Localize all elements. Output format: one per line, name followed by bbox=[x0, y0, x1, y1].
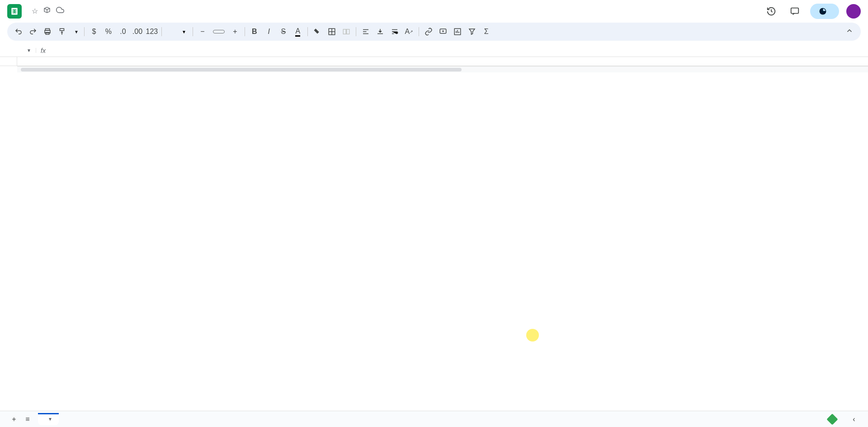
italic-icon[interactable]: I bbox=[262, 25, 276, 38]
horizontal-scrollbar[interactable] bbox=[17, 66, 868, 72]
merge-cells-icon[interactable] bbox=[340, 25, 353, 38]
formula-row: ▼ fx bbox=[0, 44, 868, 57]
font-size-plus[interactable]: + bbox=[228, 25, 242, 38]
comment-icon[interactable] bbox=[787, 3, 803, 19]
hscroll-thumb[interactable] bbox=[21, 68, 462, 71]
percent-icon[interactable]: % bbox=[102, 25, 115, 38]
toolbar: ▼ $ % .0 .00 123 ▼ − + B I S A A↗ Σ bbox=[7, 23, 861, 41]
more-formats-icon[interactable]: 123 bbox=[145, 25, 159, 38]
select-all-corner[interactable] bbox=[0, 57, 17, 66]
text-wrap-icon[interactable] bbox=[388, 25, 401, 38]
star-icon[interactable]: ☆ bbox=[32, 7, 38, 15]
side-panel-toggle[interactable]: ‹ bbox=[847, 413, 861, 426]
undo-icon[interactable] bbox=[12, 25, 25, 38]
explore-icon bbox=[826, 413, 838, 425]
svg-rect-12 bbox=[347, 29, 349, 34]
print-icon[interactable] bbox=[41, 25, 54, 38]
avatar[interactable] bbox=[846, 4, 861, 19]
fill-color-icon[interactable] bbox=[311, 25, 324, 38]
sheets-logo[interactable] bbox=[7, 4, 22, 19]
bold-icon[interactable]: B bbox=[248, 25, 261, 38]
name-box[interactable]: ▼ bbox=[0, 48, 36, 53]
filter-icon[interactable] bbox=[465, 25, 479, 38]
h-align-icon[interactable] bbox=[359, 25, 373, 38]
font-size-control: − + bbox=[196, 25, 242, 38]
move-icon[interactable] bbox=[43, 6, 51, 15]
add-sheet-button[interactable]: + bbox=[7, 413, 21, 426]
text-rotation-icon[interactable]: A↗ bbox=[402, 25, 416, 38]
highlight-marker bbox=[526, 329, 539, 342]
name-box-arrow-icon: ▼ bbox=[27, 48, 31, 53]
grid bbox=[0, 57, 868, 66]
currency-icon[interactable]: $ bbox=[87, 25, 101, 38]
svg-rect-5 bbox=[791, 8, 799, 14]
functions-icon[interactable]: Σ bbox=[480, 25, 493, 38]
borders-icon[interactable] bbox=[325, 25, 339, 38]
text-color-icon[interactable]: A bbox=[291, 25, 305, 38]
font-size-minus[interactable]: − bbox=[196, 25, 209, 38]
decrease-decimal-icon[interactable]: .0 bbox=[116, 25, 130, 38]
share-button[interactable] bbox=[810, 4, 839, 19]
svg-rect-11 bbox=[343, 29, 346, 34]
link-icon[interactable] bbox=[422, 25, 435, 38]
insert-chart-icon[interactable] bbox=[451, 25, 464, 38]
v-align-icon[interactable] bbox=[373, 25, 387, 38]
cloud-status-icon[interactable] bbox=[56, 6, 64, 16]
strikethrough-icon[interactable]: S bbox=[277, 25, 290, 38]
fx-icon[interactable]: fx bbox=[36, 47, 50, 54]
increase-decimal-icon[interactable]: .00 bbox=[131, 25, 144, 38]
redo-icon[interactable] bbox=[26, 25, 40, 38]
explore-button[interactable] bbox=[824, 413, 844, 426]
font-size-value[interactable] bbox=[213, 30, 225, 33]
insert-comment-icon[interactable] bbox=[436, 25, 450, 38]
bottom-bar: + ≡ ▼ ‹ bbox=[0, 411, 868, 427]
sheet-tab[interactable]: ▼ bbox=[38, 413, 59, 425]
title-bar: ☆ bbox=[0, 0, 868, 23]
font-family-select[interactable]: ▼ bbox=[165, 29, 190, 34]
zoom-select[interactable]: ▼ bbox=[70, 29, 81, 34]
col-headers bbox=[0, 57, 868, 66]
formula-input[interactable] bbox=[50, 47, 868, 54]
paint-format-icon[interactable] bbox=[55, 25, 69, 38]
history-icon[interactable] bbox=[763, 3, 779, 19]
svg-rect-4 bbox=[14, 9, 15, 13]
collapse-toolbar-icon[interactable] bbox=[845, 27, 856, 37]
sheet-tab-arrow-icon: ▼ bbox=[48, 417, 52, 422]
all-sheets-button[interactable]: ≡ bbox=[21, 413, 34, 426]
